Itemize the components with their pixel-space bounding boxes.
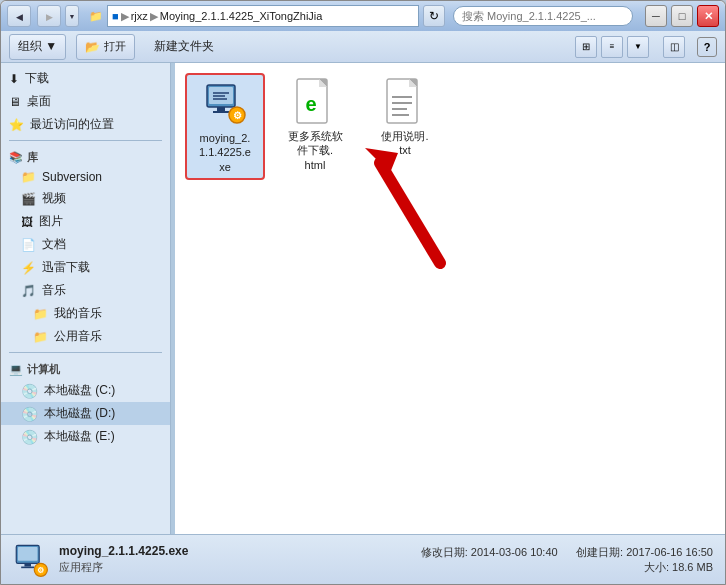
svg-text:⚙: ⚙ [37, 566, 44, 575]
computer-icon: 💻 [9, 363, 23, 376]
status-modify: 修改日期: 2014-03-06 10:40 创建日期: 2017-06-16 … [421, 545, 713, 560]
search-input[interactable] [453, 6, 633, 26]
sidebar-divider-1 [9, 140, 162, 141]
search-container [453, 6, 633, 26]
open-icon: 📂 [85, 40, 100, 54]
sidebar-item-music[interactable]: 🎵 音乐 [1, 279, 170, 302]
recent-icon: ⭐ [9, 118, 24, 132]
size-label: 大小: [644, 561, 669, 573]
breadcrumb-sep2: ▶ [150, 10, 158, 23]
view-list-button[interactable]: ≡ [601, 36, 623, 58]
sidebar-item-desktop[interactable]: 🖥 桌面 [1, 90, 170, 113]
sidebar-thunder-label: 迅雷下载 [42, 259, 90, 276]
status-text-block: moying_2.1.1.4225.exe 应用程序 [59, 544, 188, 575]
file-exe-label: moying_2.1.1.4225.exe [199, 131, 251, 174]
sidebar-music-label: 音乐 [42, 282, 66, 299]
maximize-button[interactable]: □ [671, 5, 693, 27]
file-item-exe[interactable]: ⚙ moying_2.1.1.4225.exe [185, 73, 265, 180]
sidebar-item-subversion[interactable]: 📁 Subversion [1, 167, 170, 187]
sidebar-divider-2 [9, 352, 162, 353]
sidebar-item-thunder[interactable]: ⚡ 迅雷下载 [1, 256, 170, 279]
sidebar-item-document[interactable]: 📄 文档 [1, 233, 170, 256]
create-date: 2017-06-16 16:50 [626, 546, 713, 558]
sidebar-drive-e-label: 本地磁盘 (E:) [44, 428, 115, 445]
svg-text:e: e [305, 93, 316, 115]
status-bar: ⚙ moying_2.1.1.4225.exe 应用程序 修改日期: 2014-… [1, 534, 725, 584]
file-html-label: 更多系统软件下载.html [288, 129, 343, 172]
sidebar-item-public-music[interactable]: 📁 公用音乐 [1, 325, 170, 348]
sidebar-download-label: 下载 [25, 70, 49, 87]
my-music-icon: 📁 [33, 307, 48, 321]
html-icon-container: e [291, 77, 339, 125]
organize-label: 组织 ▼ [18, 38, 57, 55]
sidebar-item-drive-d[interactable]: 💿 本地磁盘 (D:) [1, 402, 170, 425]
minimize-button[interactable]: ─ [645, 5, 667, 27]
modify-label: 修改日期: [421, 546, 468, 558]
download-icon: ⬇ [9, 72, 19, 86]
svg-rect-26 [21, 566, 34, 568]
file-item-txt[interactable]: 使用说明.txt [365, 73, 445, 180]
view-grid-button[interactable]: ⊞ [575, 36, 597, 58]
sidebar-item-picture[interactable]: 🖼 图片 [1, 210, 170, 233]
sidebar-item-video[interactable]: 🎬 视频 [1, 187, 170, 210]
sidebar-subversion-label: Subversion [42, 170, 102, 184]
breadcrumb-part1: rjxz [131, 10, 148, 22]
desktop-icon: 🖥 [9, 95, 21, 109]
picture-icon: 🖼 [21, 215, 33, 229]
back-icon [16, 10, 23, 22]
public-music-icon: 📁 [33, 330, 48, 344]
svg-text:⚙: ⚙ [233, 110, 242, 121]
forward-button[interactable] [37, 5, 61, 27]
organize-button[interactable]: 组织 ▼ [9, 34, 66, 60]
status-exe-icon: ⚙ [13, 542, 49, 578]
sidebar-section-libraries: 📚 库 [1, 145, 170, 167]
subversion-icon: 📁 [21, 170, 36, 184]
file-area: ⚙ moying_2.1.1.4225.exe e [175, 63, 725, 534]
sidebar-desktop-label: 桌面 [27, 93, 51, 110]
file-txt-label: 使用说明.txt [381, 129, 428, 158]
document-icon: 📄 [21, 238, 36, 252]
new-folder-label: 新建文件夹 [154, 38, 214, 55]
open-button[interactable]: 📂 📂 打开 打开 [76, 34, 135, 60]
breadcrumb-root: ■ [112, 10, 119, 22]
sidebar-document-label: 文档 [42, 236, 66, 253]
sidebar-item-drive-e[interactable]: 💿 本地磁盘 (E:) [1, 425, 170, 448]
txt-icon-container [381, 77, 429, 125]
dropdown-button[interactable]: ▼ [65, 5, 79, 27]
html-file-icon: e [295, 77, 335, 125]
new-folder-button[interactable]: 新建文件夹 [145, 34, 223, 60]
svg-rect-3 [213, 111, 229, 113]
size-value: 18.6 MB [672, 561, 713, 573]
sidebar-video-label: 视频 [42, 190, 66, 207]
file-item-html[interactable]: e 更多系统软件下载.html [275, 73, 355, 180]
help-button[interactable]: ? [697, 37, 717, 57]
main-area: ⬇ 下载 🖥 桌面 ⭐ 最近访问的位置 📚 库 📁 Subversion [1, 63, 725, 534]
status-file-icon: ⚙ [13, 542, 49, 578]
status-size: 大小: 18.6 MB [421, 560, 713, 575]
status-file-name: moying_2.1.1.4225.exe [59, 544, 188, 558]
refresh-button[interactable]: ↻ [423, 5, 445, 27]
pane-button[interactable]: ◫ [663, 36, 685, 58]
sidebar-item-my-music[interactable]: 📁 我的音乐 [1, 302, 170, 325]
sidebar-section-computer: 💻 计算机 [1, 357, 170, 379]
toolbar-right: ⊞ ≡ ▼ ◫ ? [575, 36, 717, 58]
drive-e-icon: 💿 [21, 429, 38, 445]
txt-file-icon [385, 77, 425, 125]
sidebar-item-download[interactable]: ⬇ 下载 [1, 67, 170, 90]
close-button[interactable]: ✕ [697, 5, 719, 27]
exe-icon-container: ⚙ [201, 79, 249, 127]
view-dropdown-button[interactable]: ▼ [627, 36, 649, 58]
status-file-type: 应用程序 [59, 560, 188, 575]
sidebar-item-recent[interactable]: ⭐ 最近访问的位置 [1, 113, 170, 136]
video-icon: 🎬 [21, 192, 36, 206]
library-section-icon: 📚 [9, 151, 23, 164]
toolbar: 组织 ▼ 📂 📂 打开 打开 新建文件夹 ⊞ ≡ ▼ ◫ ? [1, 31, 725, 63]
address-breadcrumb[interactable]: ■ ▶ rjxz ▶ Moying_2.1.1.4225_XiTongZhiJi… [107, 5, 419, 27]
breadcrumb-sep1: ▶ [121, 10, 129, 23]
title-bar: ▼ 📁 ■ ▶ rjxz ▶ Moying_2.1.1.4225_XiTongZ… [1, 1, 725, 31]
create-label: 创建日期: [576, 546, 623, 558]
sidebar: ⬇ 下载 🖥 桌面 ⭐ 最近访问的位置 📚 库 📁 Subversion [1, 63, 171, 534]
back-button[interactable] [7, 5, 31, 27]
sidebar-item-drive-c[interactable]: 💿 本地磁盘 (C:) [1, 379, 170, 402]
computer-section-label: 计算机 [27, 362, 60, 377]
